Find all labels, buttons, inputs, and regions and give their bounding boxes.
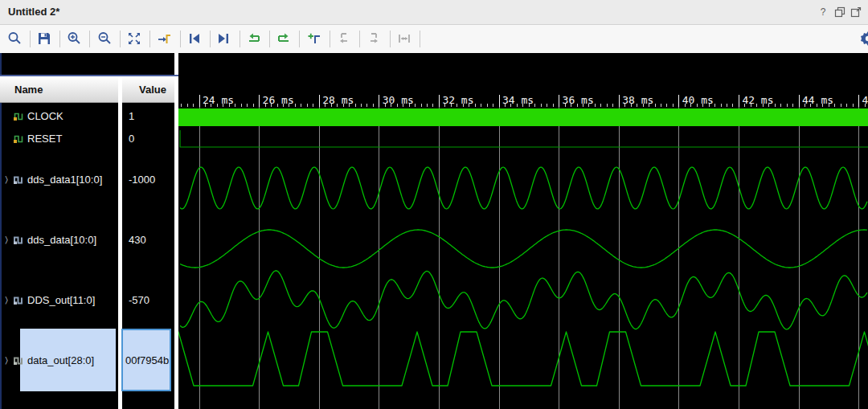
help-icon[interactable]: ? [816, 5, 830, 19]
bus-icon [13, 174, 25, 185]
title-bar: Untitled 2* ? [0, 0, 868, 25]
gear-icon[interactable] [857, 27, 868, 50]
expand-chevron-icon[interactable]: 〉 [0, 174, 13, 185]
float-icon[interactable] [833, 5, 847, 19]
selected-signal-value[interactable]: 00f7954b [121, 329, 171, 391]
go-to-time-icon[interactable] [154, 27, 176, 50]
expand-chevron-icon[interactable]: 〉 [0, 295, 13, 305]
signal-value: 430 [129, 210, 174, 270]
expand-chevron-icon[interactable]: 〉 [0, 355, 13, 366]
signal-name: dds_data1[10:0] [27, 174, 102, 186]
signal-name: RESET [27, 133, 62, 145]
next-edge-icon[interactable] [272, 27, 295, 50]
bus-icon [13, 295, 25, 305]
scalar-input-icon [13, 133, 25, 144]
svg-text:46 ms: 46 ms [862, 94, 868, 106]
svg-text:?: ? [821, 6, 826, 18]
bus-icon [13, 235, 25, 245]
search-icon[interactable] [3, 27, 26, 50]
signal-value: 0 [129, 127, 174, 149]
svg-text:36 ms: 36 ms [563, 94, 594, 106]
prev-edge-icon[interactable] [243, 27, 265, 50]
window-title: Untitled 2* [8, 6, 59, 18]
signal-row-data-out[interactable]: 〉 data_out[28:0] [0, 329, 118, 391]
svg-text:38 ms: 38 ms [622, 94, 653, 106]
signal-row-reset[interactable]: RESET [0, 127, 118, 149]
next-marker-icon[interactable] [362, 27, 385, 50]
signal-name: CLOCK [27, 110, 63, 122]
signal-value: -1000 [129, 149, 174, 210]
fit-markers-icon[interactable] [393, 27, 416, 50]
expand-chevron-icon[interactable]: 〉 [0, 235, 13, 245]
signal-row-dds-out[interactable]: 〉 DDS_out[11:0] [0, 270, 118, 330]
svg-text:40 ms: 40 ms [682, 94, 714, 106]
signal-row-dds-data1[interactable]: 〉 dds_data1[10:0] [0, 149, 118, 210]
next-transition-icon[interactable] [212, 27, 235, 50]
zoom-in-icon[interactable] [63, 27, 85, 50]
signal-name: data_out[28:0] [27, 354, 94, 366]
value-column-header[interactable]: Value [122, 76, 174, 103]
signal-value: -570 [129, 270, 174, 330]
prev-marker-icon[interactable] [333, 27, 355, 50]
maximize-icon[interactable] [849, 5, 863, 19]
bus-icon [13, 355, 25, 366]
zoom-fit-icon[interactable] [123, 27, 145, 50]
signal-name: dds_data[10:0] [27, 234, 96, 246]
svg-text:44 ms: 44 ms [802, 94, 833, 106]
svg-text:30 ms: 30 ms [383, 94, 414, 106]
svg-text:26 ms: 26 ms [263, 94, 294, 106]
signal-row-dds-data[interactable]: 〉 dds_data[10:0] [0, 210, 118, 270]
waveform-canvas[interactable]: 24 ms26 ms28 ms30 ms32 ms34 ms36 ms38 ms… [178, 53, 868, 409]
scalar-input-icon [13, 111, 25, 121]
svg-text:24 ms: 24 ms [203, 94, 234, 106]
waveform-toolbar [0, 25, 868, 54]
prev-transition-icon[interactable] [183, 27, 206, 50]
svg-text:28 ms: 28 ms [322, 94, 354, 106]
svg-text:32 ms: 32 ms [442, 94, 473, 106]
signal-name: DDS_out[11:0] [27, 294, 95, 306]
waveform-window: Untitled 2* ? [0, 0, 868, 409]
zoom-out-icon[interactable] [93, 27, 116, 50]
signal-value: 1 [129, 104, 174, 127]
signal-row-clock[interactable]: CLOCK [0, 104, 118, 127]
add-marker-icon[interactable] [303, 27, 326, 50]
save-icon[interactable] [33, 27, 55, 50]
svg-text:34 ms: 34 ms [502, 94, 534, 106]
name-column-header[interactable]: Name [0, 76, 118, 103]
svg-text:42 ms: 42 ms [742, 94, 773, 106]
